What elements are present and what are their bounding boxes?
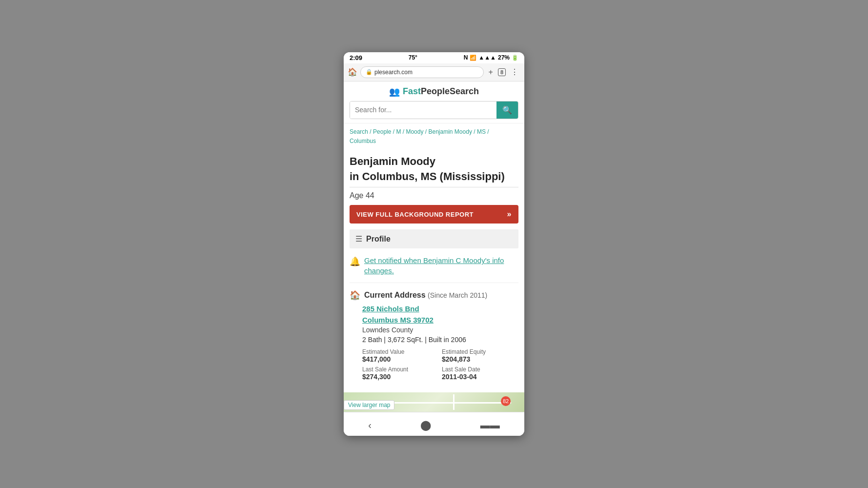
main-content: Benjamin Moody in Columbus, MS (Mississi… <box>344 150 524 393</box>
breadcrumb-m[interactable]: M <box>396 128 401 135</box>
phone-frame: 2:09 75° N 📶 ▲▲▲ 27% 🔋 🏠 🔒 plesearch.com… <box>344 52 524 436</box>
map-area: 82 View larger map <box>344 392 524 412</box>
notification-link[interactable]: Get notified when Benjamin C Moody's inf… <box>364 255 518 276</box>
address-title-text: Current Address <box>364 291 426 299</box>
back-button[interactable]: ‹ <box>358 418 381 433</box>
county-text: Lowndes County <box>362 326 518 334</box>
lock-icon: 🔒 <box>366 69 372 75</box>
property-details: 2 Bath | 3,672 SqFt. | Built in 2006 <box>362 336 518 344</box>
status-icons: N 📶 ▲▲▲ 27% 🔋 <box>464 54 518 61</box>
address-header: 🏠 Current Address (Since March 2011) <box>350 290 518 301</box>
report-arrow-icon: » <box>507 210 512 219</box>
browser-chrome: 🏠 🔒 plesearch.com + 8 ⋮ <box>344 63 524 81</box>
last-sale-date-label: Last Sale Date <box>442 366 518 373</box>
status-temp: 75° <box>409 54 417 61</box>
menu-button[interactable]: ⋮ <box>509 66 520 78</box>
report-button-label: VIEW FULL BACKGROUND REPORT <box>356 211 474 218</box>
last-sale-amount-block: Last Sale Amount $274,300 <box>362 366 439 381</box>
address-city-link[interactable]: Columbus MS 39702 <box>362 315 518 325</box>
estimated-value: $417,000 <box>362 355 439 363</box>
map-marker: 82 <box>501 396 511 406</box>
view-larger-map-button[interactable]: View larger map <box>344 400 394 410</box>
wifi-icon: 📶 <box>470 55 476 61</box>
tab-count[interactable]: 8 <box>498 68 506 76</box>
search-input[interactable] <box>350 102 496 119</box>
profile-label: Profile <box>366 235 391 244</box>
estimated-equity-label: Estimated Equity <box>442 348 518 355</box>
estimated-value-block: Estimated Value $417,000 <box>362 348 439 363</box>
address-bar[interactable]: 🔒 plesearch.com <box>360 66 484 78</box>
estimated-value-label: Estimated Value <box>362 348 439 355</box>
new-tab-button[interactable]: + <box>487 67 495 78</box>
bell-icon: 🔔 <box>350 256 360 267</box>
notification-row: 🔔 Get notified when Benjamin C Moody's i… <box>350 255 518 283</box>
menu-icon: ☰ <box>355 234 362 244</box>
last-sale-amount-label: Last Sale Amount <box>362 366 439 373</box>
nfc-icon: N <box>464 54 468 61</box>
address-street: 285 Nichols Bnd <box>362 305 419 313</box>
battery-symbol: 🔋 <box>512 55 518 61</box>
report-button[interactable]: VIEW FULL BACKGROUND REPORT » <box>350 205 518 224</box>
house-icon: 🏠 <box>350 290 360 301</box>
logo-row: 👥 FastPeopleSearch <box>350 86 518 97</box>
last-sale-date: 2011-03-04 <box>442 373 518 381</box>
breadcrumb: Search / People / M / Moody / Benjamin M… <box>344 123 524 150</box>
profile-section: ☰ Profile <box>350 229 518 248</box>
estimated-equity: $204,873 <box>442 355 518 363</box>
home-icon[interactable]: 🏠 <box>348 67 357 77</box>
nav-bar: ‹ ⬤ ▬▬ <box>344 412 524 436</box>
map-placeholder: 82 View larger map <box>344 392 524 412</box>
address-title: Current Address (Since March 2011) <box>364 291 487 300</box>
address-section: 🏠 Current Address (Since March 2011) 285… <box>350 290 518 381</box>
person-name: Benjamin Moody <box>350 155 518 169</box>
since-text: (Since March 2011) <box>428 291 487 299</box>
breadcrumb-search[interactable]: Search <box>350 128 368 135</box>
last-sale-date-block: Last Sale Date 2011-03-04 <box>442 366 518 381</box>
estimated-equity-block: Estimated Equity $204,873 <box>442 348 518 363</box>
site-header: 👥 FastPeopleSearch 🔍 <box>344 81 524 123</box>
search-bar: 🔍 <box>350 101 518 119</box>
divider <box>350 187 518 187</box>
logo-people: PeopleSearch <box>421 86 479 96</box>
person-location: in Columbus, MS (Mississippi) <box>350 170 518 183</box>
battery-icon: 27% <box>498 54 510 61</box>
logo-text: FastPeopleSearch <box>403 86 479 97</box>
recents-button[interactable]: ▬▬ <box>471 418 510 433</box>
breadcrumb-benjamin-moody[interactable]: Benjamin Moody <box>429 128 472 135</box>
person-age: Age 44 <box>350 191 518 200</box>
url-text: plesearch.com <box>374 69 413 76</box>
status-bar: 2:09 75° N 📶 ▲▲▲ 27% 🔋 <box>344 52 524 63</box>
breadcrumb-ms[interactable]: MS <box>477 128 486 135</box>
page-content: 👥 FastPeopleSearch 🔍 Search / People / M… <box>344 81 524 412</box>
address-city-state-zip: Columbus MS 39702 <box>362 316 434 324</box>
signal-icon: ▲▲▲ <box>478 54 496 61</box>
map-road-vertical <box>453 394 455 410</box>
address-street-link[interactable]: 285 Nichols Bnd <box>362 304 518 314</box>
property-grid: Estimated Value $417,000 Estimated Equit… <box>362 348 518 381</box>
search-button[interactable]: 🔍 <box>496 102 518 119</box>
breadcrumb-columbus[interactable]: Columbus <box>350 138 376 144</box>
last-sale-amount: $274,300 <box>362 373 439 381</box>
logo-icon: 👥 <box>389 86 400 97</box>
status-time: 2:09 <box>350 54 362 61</box>
breadcrumb-moody[interactable]: Moody <box>406 128 423 135</box>
breadcrumb-people[interactable]: People <box>373 128 391 135</box>
home-nav-button[interactable]: ⬤ <box>411 417 441 433</box>
logo-fast: Fast <box>403 86 421 96</box>
